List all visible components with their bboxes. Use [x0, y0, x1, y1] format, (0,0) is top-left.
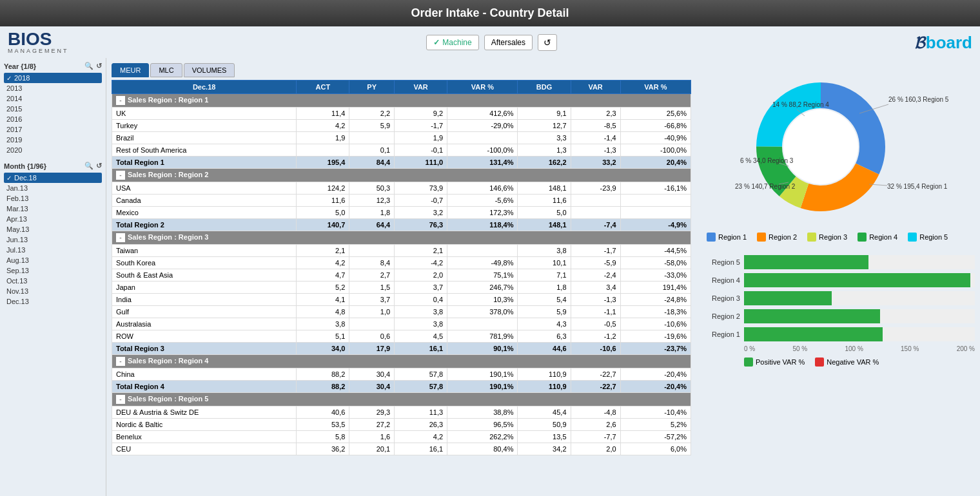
- table-row: Rest of South America 0,1 -0,1 -100,0% 1…: [112, 144, 691, 157]
- cell-total-py: 17,9: [349, 343, 395, 355]
- month-item-aug13[interactable]: Aug.13: [4, 255, 102, 265]
- cell-act: 4,2: [297, 120, 349, 132]
- cell-py: [349, 245, 395, 257]
- bar-track: [744, 309, 975, 323]
- month-item-apr13[interactable]: Apr.13: [4, 214, 102, 224]
- aftersales-filter[interactable]: Aftersales: [484, 35, 533, 50]
- month-item-sep13[interactable]: Sep.13: [4, 265, 102, 276]
- month-item-oct13[interactable]: Oct.13: [4, 276, 102, 286]
- cell-var1pct: -5,6%: [447, 195, 518, 207]
- month-item-dec13[interactable]: Dec.13: [4, 296, 102, 307]
- cell-var1: 73,9: [395, 182, 447, 195]
- cell-total-bdg: 148,1: [518, 219, 571, 231]
- region-total-row: Total Region 3 34,0 17,9 16,1 90,1% 44,6…: [112, 343, 691, 355]
- bar-axis: 0 % 50 % 100 % 150 % 200 %: [701, 345, 975, 352]
- bar-fill-region2: [744, 309, 880, 323]
- cell-var1: -4,2: [395, 257, 447, 269]
- year-item-2016[interactable]: 2016: [4, 114, 102, 124]
- table-row: Australasia 3,8 3,8 4,3 -0,5 -10,6%: [112, 318, 691, 330]
- table-row: Canada 11,6 12,3 -0,7 -5,6% 11,6: [112, 195, 691, 207]
- region-collapse-icon[interactable]: -: [116, 395, 125, 404]
- cell-act: 2,1: [297, 245, 349, 257]
- region-header-row: -Sales Region : Region 4: [112, 355, 691, 368]
- cell-bdg: 5,9: [518, 306, 571, 318]
- month-section: Month {1/96} 🔍 ↺ Dec.18 Jan.13 Feb.13 Ma…: [4, 162, 102, 307]
- cell-var1pct: [447, 132, 518, 144]
- region-collapse-icon[interactable]: -: [116, 357, 125, 366]
- col-bdg: BDG: [518, 81, 571, 94]
- cell-total-var1pct: 131,4%: [447, 157, 518, 169]
- month-item-dec18[interactable]: Dec.18: [4, 173, 102, 183]
- cell-country: USA: [112, 182, 297, 195]
- month-item-jun13[interactable]: Jun.13: [4, 234, 102, 245]
- year-item-2015[interactable]: 2015: [4, 104, 102, 114]
- cell-var2: [571, 195, 620, 207]
- cell-country: CEU: [112, 443, 297, 455]
- cell-bdg: 1,8: [518, 281, 571, 294]
- cell-total-act: 140,7: [297, 219, 349, 231]
- cell-var2pct: 5,2%: [620, 419, 691, 431]
- month-item-feb13[interactable]: Feb.13: [4, 193, 102, 204]
- cell-total-bdg: 110,9: [518, 381, 571, 393]
- bar-row-region2: Region 2: [701, 309, 975, 323]
- month-reset-icon[interactable]: ↺: [96, 162, 102, 170]
- tab-meur[interactable]: MEUR: [112, 63, 149, 77]
- donut-label-r2: 23 % 140,7 Region 2: [735, 183, 796, 190]
- table-row: USA 124,2 50,3 73,9 146,6% 148,1 -23,9 -…: [112, 182, 691, 195]
- cell-total-var1: 16,1: [395, 343, 447, 355]
- year-reset-icon[interactable]: ↺: [96, 62, 102, 70]
- donut-chart-section: 14 % 88,2 Region 4 26 % 160,3 Region 5 6…: [701, 63, 975, 243]
- year-item-2013[interactable]: 2013: [4, 83, 102, 93]
- month-item-jul13[interactable]: Jul.13: [4, 245, 102, 255]
- cell-total-var2: -10,6: [571, 343, 620, 355]
- region-collapse-icon[interactable]: -: [116, 96, 125, 105]
- donut-label-r4: 14 % 88,2 Region 4: [772, 101, 829, 108]
- month-item-mar13[interactable]: Mar.13: [4, 204, 102, 214]
- machine-filter[interactable]: ✓ Machine: [426, 35, 478, 50]
- cell-country: China: [112, 368, 297, 381]
- year-item-2018[interactable]: 2018: [4, 73, 102, 83]
- bar-track: [744, 255, 975, 269]
- cell-var1pct: 172,3%: [447, 207, 518, 219]
- donut-label-r3: 6 % 34,0 Region 3: [740, 157, 794, 164]
- tab-bar: MEUR MLC VOLUMES: [112, 63, 691, 77]
- cell-country: Japan: [112, 281, 297, 294]
- cell-var2: 2,0: [571, 443, 620, 455]
- cell-var1pct: 75,1%: [447, 269, 518, 281]
- cell-total-var1pct: 118,4%: [447, 219, 518, 231]
- cell-var1: 0,4: [395, 294, 447, 306]
- month-item-jan13[interactable]: Jan.13: [4, 183, 102, 193]
- cell-total-py: 30,4: [349, 381, 395, 393]
- cell-bdg: 4,3: [518, 318, 571, 330]
- cell-total-act: 195,4: [297, 157, 349, 169]
- year-item-2017[interactable]: 2017: [4, 124, 102, 135]
- cell-var2pct: -66,8%: [620, 120, 691, 132]
- cell-var2: -4,8: [571, 406, 620, 419]
- cell-total-var2pct: -23,7%: [620, 343, 691, 355]
- month-item-may13[interactable]: May.13: [4, 224, 102, 234]
- cell-var2pct: -33,0%: [620, 269, 691, 281]
- year-item-2020[interactable]: 2020: [4, 145, 102, 155]
- cell-var1: -1,7: [395, 120, 447, 132]
- tab-volumes[interactable]: VOLUMES: [184, 63, 235, 77]
- cell-var2: [571, 207, 620, 219]
- year-item-2019[interactable]: 2019: [4, 135, 102, 145]
- region-collapse-icon[interactable]: -: [116, 171, 125, 180]
- year-item-2014[interactable]: 2014: [4, 93, 102, 104]
- refresh-button[interactable]: ↺: [538, 34, 557, 51]
- region-collapse-icon[interactable]: -: [116, 233, 125, 242]
- region-total-row: Total Region 1 195,4 84,4 111,0 131,4% 1…: [112, 157, 691, 169]
- month-item-nov13[interactable]: Nov.13: [4, 286, 102, 296]
- table-row: Benelux 5,8 1,6 4,2 262,2% 13,5 -7,7 -57…: [112, 431, 691, 443]
- cell-py: 12,3: [349, 195, 395, 207]
- cell-var1pct: 10,3%: [447, 294, 518, 306]
- table-area: MEUR MLC VOLUMES Dec.18 ACT PY VAR VAR %…: [106, 58, 696, 496]
- tab-mlc[interactable]: MLC: [150, 63, 182, 77]
- month-search-icon[interactable]: 🔍: [84, 162, 93, 170]
- cell-country: Rest of South America: [112, 144, 297, 157]
- cell-py: 30,4: [349, 368, 395, 381]
- year-search-icon[interactable]: 🔍: [84, 62, 93, 70]
- page-title: Order Intake - Country Detail: [411, 6, 569, 19]
- cell-py: 29,3: [349, 406, 395, 419]
- cell-total-py: 84,4: [349, 157, 395, 169]
